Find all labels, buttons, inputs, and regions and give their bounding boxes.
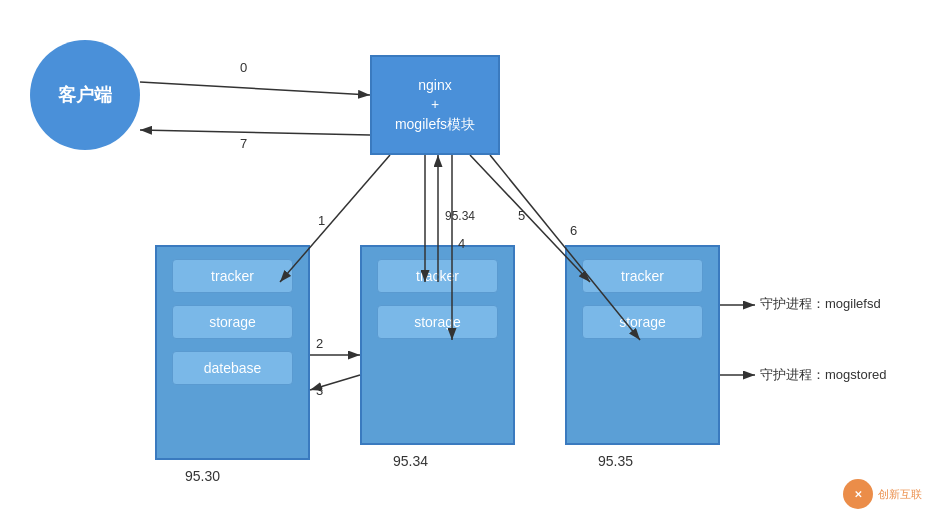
- client-label: 客户端: [58, 83, 112, 107]
- arrow-label-7: 7: [240, 136, 247, 151]
- mid-storage: storage: [377, 305, 498, 339]
- arrow-label-95-34: 95.34: [445, 209, 475, 223]
- left-storage: storage: [172, 305, 293, 339]
- watermark: ✕ 创新互联: [843, 479, 922, 509]
- watermark-text: 创新互联: [878, 487, 922, 502]
- svg-line-3: [140, 130, 370, 135]
- svg-line-2: [140, 82, 370, 95]
- watermark-logo: ✕: [843, 479, 873, 509]
- svg-line-11: [310, 375, 360, 390]
- left-tracker: tracker: [172, 259, 293, 293]
- nginx-label: nginx+mogilefs模块: [395, 76, 475, 135]
- arrow-label-6: 6: [570, 223, 577, 238]
- client-circle: 客户端: [30, 40, 140, 150]
- legend-mogstored: 守护进程：mogstored: [760, 366, 886, 384]
- arrow-label-0: 0: [240, 60, 247, 75]
- diagram-container: 0 7 95.34 1 4 5 6 2 3: [0, 0, 932, 519]
- right-storage: storage: [582, 305, 703, 339]
- mid-tracker: tracker: [377, 259, 498, 293]
- server-box-left: tracker storage datebase: [155, 245, 310, 460]
- server-box-mid: tracker storage: [360, 245, 515, 445]
- left-datebase: datebase: [172, 351, 293, 385]
- right-tracker: tracker: [582, 259, 703, 293]
- server-ip-mid: 95.34: [393, 453, 428, 469]
- server-box-right: tracker storage: [565, 245, 720, 445]
- arrow-label-2: 2: [316, 336, 323, 351]
- legend-mogilefsd: 守护进程：mogilefsd: [760, 295, 881, 313]
- arrow-label-5: 5: [518, 208, 525, 223]
- arrow-label-1: 1: [318, 213, 325, 228]
- nginx-box: nginx+mogilefs模块: [370, 55, 500, 155]
- server-ip-left: 95.30: [185, 468, 220, 484]
- arrow-label-3: 3: [316, 383, 323, 398]
- server-ip-right: 95.35: [598, 453, 633, 469]
